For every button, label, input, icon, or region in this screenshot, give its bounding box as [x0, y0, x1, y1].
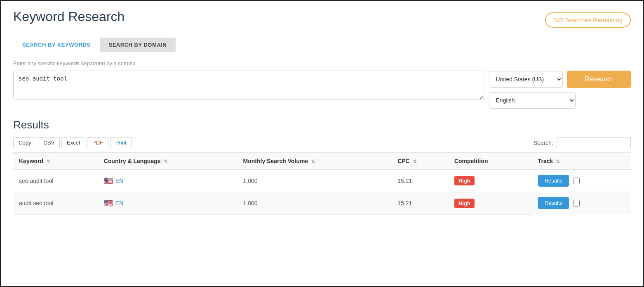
cell-track: Results	[532, 170, 631, 192]
sort-icon-keyword: ⇅	[47, 159, 50, 164]
table-search-input[interactable]	[557, 137, 631, 148]
results-button[interactable]: Results	[538, 197, 569, 209]
tab-bar: SEARCH BY KEYWORDS SEARCH BY DOMAIN	[13, 38, 631, 52]
col-competition[interactable]: Competition	[449, 153, 532, 170]
country-select[interactable]: United States (US) United Kingdom (UK) C…	[489, 71, 563, 88]
page-wrapper: Keyword Research 247 Searches Remaining …	[0, 0, 644, 287]
table-row: seo audit tool 🇺🇸 EN 1,000 15.21 High Re…	[13, 170, 631, 192]
lang-code: EN	[115, 200, 123, 206]
track-checkbox[interactable]	[573, 178, 580, 184]
sort-icon-volume: ⇅	[311, 159, 315, 164]
page-title: Keyword Research	[13, 9, 125, 24]
table-row: audit seo tool 🇺🇸 EN 1,000 15.21 High Re…	[13, 192, 631, 214]
table-search-wrapper: Search:	[534, 137, 631, 148]
csv-button[interactable]: CSV	[38, 137, 60, 148]
search-label: Search:	[534, 140, 553, 146]
table-header-row: Keyword ⇅ Country & Language ⇅ Monthly S…	[13, 153, 631, 170]
sort-icon-country: ⇅	[164, 159, 167, 164]
tab-search-by-keywords[interactable]: SEARCH BY KEYWORDS	[13, 38, 100, 52]
cell-country-language: 🇺🇸 EN	[98, 192, 237, 214]
print-button[interactable]: Print	[110, 137, 132, 148]
excel-button[interactable]: Excel	[61, 137, 85, 148]
search-hint: Enter any specific keywords separated by…	[13, 60, 631, 66]
cell-keyword: audit seo tool	[13, 192, 98, 214]
col-track[interactable]: Track ⇅	[532, 153, 631, 170]
col-cpc[interactable]: CPC ⇅	[392, 153, 449, 170]
keyword-input[interactable]: seo audit tool	[13, 71, 484, 100]
cell-competition: High	[449, 192, 532, 214]
results-table: Keyword ⇅ Country & Language ⇅ Monthly S…	[13, 152, 631, 215]
sort-icon-cpc: ⇅	[413, 159, 417, 164]
cell-cpc: 15.21	[392, 192, 449, 214]
lang-code: EN	[115, 178, 123, 184]
tab-search-by-domain[interactable]: SEARCH BY DOMAIN	[100, 38, 176, 52]
sort-icon-track: ⇅	[556, 159, 560, 164]
col-country-language[interactable]: Country & Language ⇅	[98, 153, 237, 170]
cell-track: Results	[532, 192, 631, 214]
header: Keyword Research 247 Searches Remaining	[13, 9, 631, 28]
right-controls: United States (US) United Kingdom (UK) C…	[489, 71, 631, 109]
table-toolbar: Copy CSV Excel PDF Print Search:	[13, 137, 631, 148]
cell-competition: High	[449, 170, 532, 192]
competition-badge: High	[454, 199, 475, 208]
top-right-group: United States (US) United Kingdom (UK) C…	[489, 71, 631, 88]
competition-badge: High	[454, 176, 475, 185]
pdf-button[interactable]: PDF	[87, 137, 108, 148]
results-section: Results Copy CSV Excel PDF Print Search:…	[13, 119, 631, 215]
research-button[interactable]: Research	[567, 71, 631, 88]
col-monthly-search-volume[interactable]: Monthly Search Volume ⇅	[237, 153, 392, 170]
results-title: Results	[13, 119, 631, 131]
cell-country-language: 🇺🇸 EN	[98, 170, 237, 192]
cell-keyword: seo audit tool	[13, 170, 98, 192]
cell-monthly-volume: 1,000	[237, 192, 392, 214]
search-form: seo audit tool United States (US) United…	[13, 71, 631, 109]
flag-icon: 🇺🇸	[104, 199, 113, 208]
results-button[interactable]: Results	[538, 175, 569, 187]
flag-icon: 🇺🇸	[104, 176, 113, 185]
export-buttons: Copy CSV Excel PDF Print	[13, 137, 132, 148]
track-checkbox[interactable]	[573, 200, 580, 206]
searches-remaining-badge: 247 Searches Remaining	[545, 12, 631, 28]
copy-button[interactable]: Copy	[13, 137, 36, 148]
cell-monthly-volume: 1,000	[237, 170, 392, 192]
col-keyword[interactable]: Keyword ⇅	[13, 153, 98, 170]
cell-cpc: 15.21	[392, 170, 449, 192]
language-select[interactable]: English Spanish French German	[489, 92, 576, 109]
